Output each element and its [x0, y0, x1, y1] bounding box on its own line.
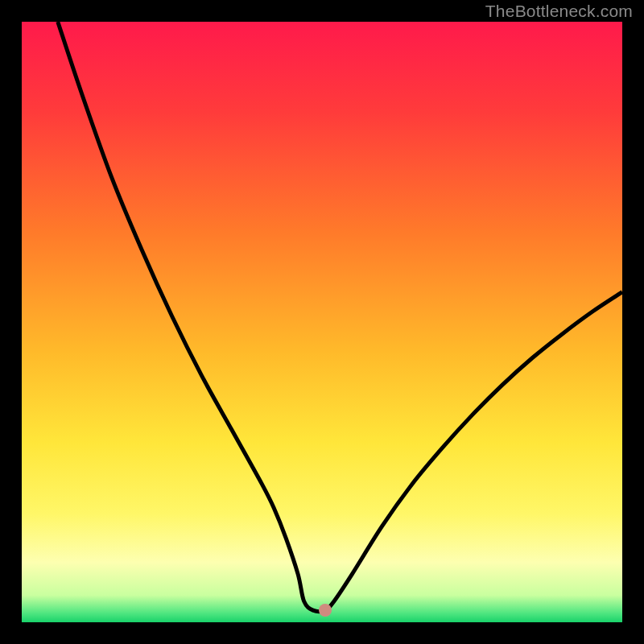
bottleneck-chart	[22, 22, 622, 622]
chart-frame: TheBottleneck.com	[0, 0, 644, 644]
optimal-point-marker	[319, 604, 332, 617]
watermark-text: TheBottleneck.com	[485, 2, 633, 21]
gradient-background	[22, 22, 622, 622]
